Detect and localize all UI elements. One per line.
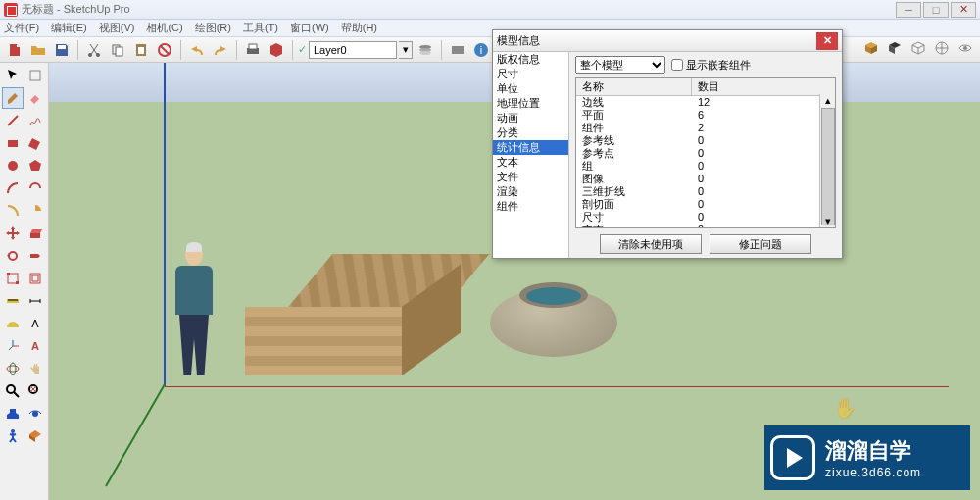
menu-camera[interactable]: 相机(C) [146,21,182,35]
dialog-close-button[interactable]: ✕ [816,32,838,50]
look-around-tool[interactable] [24,403,46,425]
print-button[interactable] [242,39,264,61]
arc2-tool[interactable] [24,177,46,199]
category-item[interactable]: 分类 [493,125,568,140]
xray-button[interactable] [955,37,976,59]
column-count[interactable]: 数目 [692,78,835,95]
paint-tool[interactable] [2,87,24,109]
layer-input[interactable] [309,41,397,59]
orbit-tool[interactable] [2,358,24,379]
category-item[interactable]: 文本 [493,155,568,170]
table-row[interactable]: 参考线0 [576,134,835,147]
category-item[interactable]: 单位 [493,81,568,96]
rectangle-tool[interactable] [2,132,24,154]
open-file-button[interactable] [27,39,49,61]
pie-tool[interactable] [24,200,46,222]
component-button[interactable] [447,39,468,61]
category-item[interactable]: 动画 [493,111,568,125]
menu-help[interactable]: 帮助(H) [341,21,377,35]
scale-tool[interactable] [2,268,24,289]
iso-view-button[interactable] [860,37,882,59]
nested-checkbox-input[interactable] [671,59,683,71]
table-row[interactable]: 边线12 [576,96,835,109]
rotate-tool[interactable] [2,245,24,267]
table-scrollbar[interactable]: ▴ ▾ [819,94,835,227]
tape-tool[interactable] [2,290,24,312]
category-item[interactable]: 版权信息 [493,52,568,67]
layer-selector[interactable]: ✓ ▾ [298,41,413,59]
circle-tool[interactable] [2,155,24,176]
category-item[interactable]: 统计信息 [493,140,568,155]
table-row[interactable]: 文本0 [576,224,835,228]
scrollbar-thumb[interactable] [821,108,835,225]
table-row[interactable]: 剖切面0 [576,198,835,211]
dimension-tool[interactable] [24,290,46,312]
walk-tool[interactable] [2,425,24,447]
dialog-titlebar[interactable]: 模型信息 ✕ [493,30,842,52]
delete-button[interactable] [154,39,175,61]
redo-button[interactable] [210,39,231,61]
eraser-tool[interactable] [24,87,46,109]
category-item[interactable]: 地理位置 [493,96,568,111]
shaded-button[interactable] [884,37,906,59]
component-tool[interactable] [24,65,46,86]
zoom-extents-tool[interactable] [24,380,46,402]
axes-tool[interactable] [2,335,24,357]
freehand-tool[interactable] [24,110,46,131]
menu-draw[interactable]: 绘图(R) [195,21,231,35]
followme-tool[interactable] [24,245,46,267]
select-tool[interactable] [2,65,24,86]
protractor-tool[interactable] [2,313,24,334]
column-name[interactable]: 名称 [576,78,692,95]
layer-dropdown-icon[interactable]: ▾ [399,41,413,59]
menu-edit[interactable]: 编辑(E) [51,21,87,35]
copy-button[interactable] [107,39,128,61]
position-camera-tool[interactable] [2,403,24,425]
undo-button[interactable] [186,39,208,61]
polygon-tool[interactable] [24,155,46,176]
move-tool[interactable] [2,223,24,244]
window-maximize-button[interactable]: □ [923,2,949,18]
info-button[interactable]: i [470,39,492,61]
menu-view[interactable]: 视图(V) [99,21,135,35]
window-minimize-button[interactable]: ─ [896,2,921,18]
line-tool[interactable] [2,110,24,131]
table-row[interactable]: 平面6 [576,109,835,122]
model-info-button[interactable] [266,39,287,61]
table-row[interactable]: 图像0 [576,173,835,185]
zoom-tool[interactable] [2,380,24,402]
3dtext-tool[interactable]: A [24,335,46,357]
arc-tool[interactable] [2,177,24,199]
purge-unused-button[interactable]: 清除未使用项 [600,234,702,254]
category-item[interactable]: 文件 [493,170,568,184]
menu-file[interactable]: 文件(F) [4,21,39,35]
table-row[interactable]: 三维折线0 [576,185,835,198]
offset-tool[interactable] [24,268,46,289]
table-row[interactable]: 组0 [576,160,835,173]
menu-tools[interactable]: 工具(T) [243,21,278,35]
layer-manager-button[interactable] [415,39,436,61]
table-row[interactable]: 参考点0 [576,147,835,160]
pan-tool[interactable] [24,358,46,379]
category-item[interactable]: 尺寸 [493,67,568,81]
table-row[interactable]: 组件2 [576,122,835,134]
save-file-button[interactable] [51,39,73,61]
scope-select[interactable]: 整个模型 [575,56,665,74]
wireframe-button[interactable] [907,37,929,59]
new-file-button[interactable] [4,39,25,61]
text-tool[interactable]: A [24,313,46,334]
menu-window[interactable]: 窗口(W) [290,21,329,35]
pushpull-tool[interactable] [24,223,46,244]
fix-problems-button[interactable]: 修正问题 [710,234,811,254]
window-close-button[interactable]: ✕ [951,2,976,18]
rotated-rect-tool[interactable] [24,132,46,154]
table-row[interactable]: 尺寸0 [576,211,835,224]
hidden-line-button[interactable] [931,37,953,59]
category-item[interactable]: 渲染 [493,184,568,199]
paste-button[interactable] [130,39,152,61]
cut-button[interactable] [83,39,105,61]
show-nested-checkbox[interactable]: 显示嵌套组件 [671,58,751,73]
arc3-tool[interactable] [2,200,24,222]
section-tool[interactable] [24,425,46,447]
category-item[interactable]: 组件 [493,199,568,214]
